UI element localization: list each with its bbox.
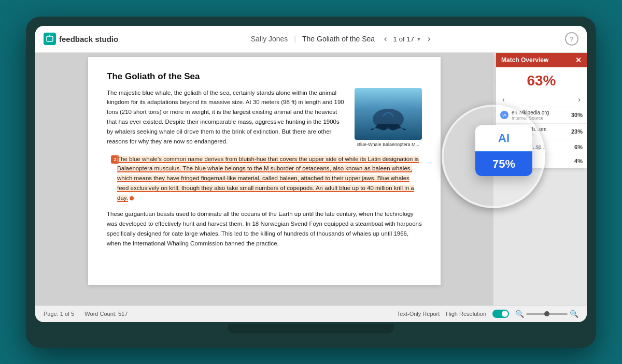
paragraph-1: The majestic blue whale, the goliath of … xyxy=(107,88,346,147)
document-area: The Goliath of the Sea The majestic blue… xyxy=(35,53,493,305)
ai-card-top: AI xyxy=(475,125,532,152)
match-overview-close-button[interactable]: ✕ xyxy=(575,56,582,64)
zoom-slider: 🔍 🔍 xyxy=(515,310,578,318)
first-paragraph-block: The majestic blue whale, the goliath of … xyxy=(107,88,422,147)
document-page: The Goliath of the Sea The majestic blue… xyxy=(88,57,441,285)
zoom-thumb xyxy=(544,311,549,316)
zoom-out-icon[interactable]: 🔍 xyxy=(515,310,524,318)
laptop-frame: feedback studio Sally Jones | The Goliat… xyxy=(26,17,596,348)
whale-tail-icon xyxy=(367,104,409,135)
source-1-type: Internet Source xyxy=(512,115,568,121)
match-source-1[interactable]: W en.wikipedia.org Internet Source 30% xyxy=(496,107,587,123)
high-res-toggle-container xyxy=(492,310,509,318)
logo-icon xyxy=(44,33,56,45)
source-4-pct: 4% xyxy=(574,158,583,164)
source-3-pct: 6% xyxy=(574,144,583,150)
match-percentage: 63% xyxy=(496,67,587,94)
high-res-toggle[interactable] xyxy=(492,310,509,318)
high-resolution-label: High Resolution xyxy=(446,311,486,317)
doc-title: The Goliath of the Sea xyxy=(302,35,375,43)
screen: feedback studio Sally Jones | The Goliat… xyxy=(35,26,587,322)
page-dropdown-arrow[interactable]: ▼ xyxy=(416,36,421,42)
source-1-pct: 30% xyxy=(571,112,583,118)
paragraph-3: These gargantuan beasts used to dominate… xyxy=(107,209,422,249)
whale-image-container: Blue-Whale Balaenoptera M... xyxy=(355,88,422,147)
app-name: feedback studio xyxy=(59,35,118,43)
match-overview-header: Match Overview ✕ xyxy=(496,53,587,67)
page-status: Page: 1 of 5 xyxy=(44,311,74,317)
source-1-info: en.wikipedia.org Internet Source xyxy=(512,110,568,121)
page-nav: ‹ 1 of 17 ▼ › xyxy=(381,33,433,45)
header-divider: | xyxy=(294,35,296,43)
document-title: The Goliath of the Sea xyxy=(107,71,422,82)
source-2-pct: 23% xyxy=(571,128,583,135)
word-count-status: Word Count: 517 xyxy=(84,311,128,317)
student-name: Sally Jones xyxy=(251,35,288,43)
paragraph-2: The blue whale's common name derives fro… xyxy=(107,154,422,203)
match-prev-button[interactable]: ‹ xyxy=(499,94,508,105)
paragraph-3-block: These gargantuan beasts used to dominate… xyxy=(107,209,422,249)
match-next-button[interactable]: › xyxy=(575,94,584,105)
ai-percentage: 75% xyxy=(480,157,527,171)
page-current: 1 xyxy=(393,35,397,43)
main-area: The Goliath of the Sea The majestic blue… xyxy=(35,53,587,305)
wikipedia-icon: W xyxy=(500,111,508,119)
image-caption: Blue-Whale Balaenoptera M... xyxy=(355,142,422,147)
next-page-button[interactable]: › xyxy=(425,33,433,45)
match-nav: ‹ › xyxy=(496,94,587,107)
ai-card-bottom: 75% xyxy=(475,152,532,176)
zoom-in-icon[interactable]: 🔍 xyxy=(570,310,578,318)
whale-image xyxy=(355,88,422,140)
source-1-name: en.wikipedia.org xyxy=(512,110,568,115)
page-of: of xyxy=(399,35,405,43)
help-icon: ? xyxy=(570,35,574,43)
header: feedback studio Sally Jones | The Goliat… xyxy=(35,26,587,53)
svg-rect-0 xyxy=(47,36,53,41)
status-bar: Page: 1 of 5 Word Count: 517 Text-Only R… xyxy=(35,305,587,322)
side-panel: Match Overview ✕ 63% ‹ › W en.wikipedia.… xyxy=(493,53,587,305)
text-only-report-label: Text-Only Report xyxy=(397,311,440,317)
match-overview-title: Match Overview xyxy=(501,56,548,64)
help-button[interactable]: ? xyxy=(565,32,578,46)
zoom-track[interactable] xyxy=(526,313,568,315)
page-indicator: 1 of 17 ▼ xyxy=(393,35,421,43)
logo-area: feedback studio xyxy=(44,33,147,45)
highlighted-content: The blue whale's common name derives fro… xyxy=(117,156,419,202)
prev-page-button[interactable]: ‹ xyxy=(381,33,390,45)
header-right: ? xyxy=(537,32,578,46)
header-center: Sally Jones | The Goliath of the Sea ‹ 1… xyxy=(147,33,537,45)
paragraph-end-marker xyxy=(130,196,134,200)
ai-label: AI xyxy=(482,132,526,145)
laptop-stand xyxy=(228,324,394,333)
page-total: 17 xyxy=(407,35,414,43)
status-right: Text-Only Report High Resolution 🔍 🔍 xyxy=(397,310,578,318)
paragraph-2-block: 2 The blue whale's common name derives f… xyxy=(107,154,422,203)
ai-score-card: AI 75% xyxy=(475,125,532,176)
